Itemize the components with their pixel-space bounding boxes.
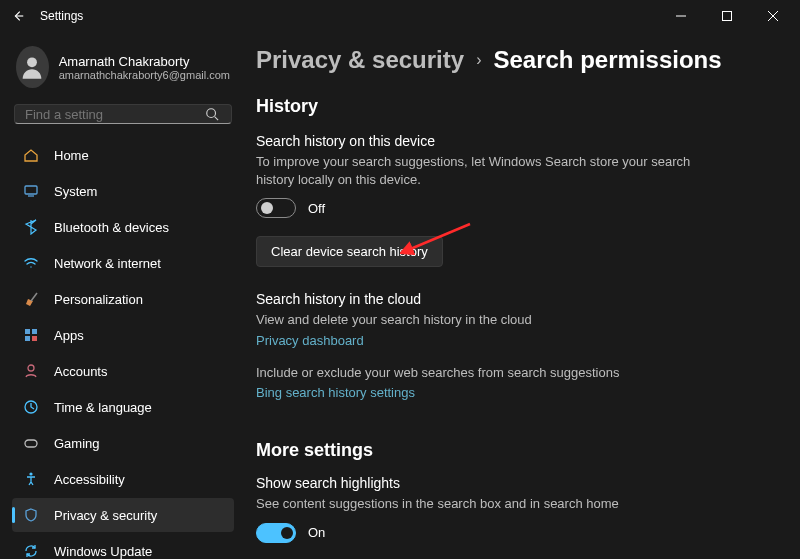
breadcrumb-parent[interactable]: Privacy & security [256,46,464,74]
svg-rect-11 [32,329,37,334]
web-searches-desc: Include or exclude your web searches fro… [256,364,716,382]
svg-line-6 [215,117,219,121]
nav-time[interactable]: Time & language [12,390,234,424]
nav-label: Time & language [54,400,152,415]
update-icon [22,542,40,559]
profile-email: amarnathchakraborty6@gmail.com [59,69,230,81]
avatar [16,46,49,88]
page-title: Search permissions [493,46,721,74]
window-title: Settings [40,9,83,23]
breadcrumb: Privacy & security › Search permissions [256,46,772,74]
svg-point-4 [27,57,37,67]
profile-name: Amarnath Chakraborty [59,54,230,69]
svg-rect-7 [25,186,37,194]
nav-label: Home [54,148,89,163]
home-icon [22,146,40,164]
apps-icon [22,326,40,344]
svg-point-14 [28,365,34,371]
main-content: Privacy & security › Search permissions … [242,32,800,559]
brush-icon [22,290,40,308]
nav-label: Personalization [54,292,143,307]
clear-history-button[interactable]: Clear device search history [256,236,443,267]
nav-accounts[interactable]: Accounts [12,354,234,388]
accessibility-icon [22,470,40,488]
search-history-toggle[interactable] [256,198,296,218]
nav-label: Accessibility [54,472,125,487]
wifi-icon [22,254,40,272]
svg-rect-13 [32,336,37,341]
highlights-desc: See content suggestions in the search bo… [256,495,716,513]
highlights-toggle-label: On [308,525,325,540]
close-button[interactable] [750,0,796,32]
nav-system[interactable]: System [12,174,234,208]
privacy-dashboard-link[interactable]: Privacy dashboard [256,333,364,348]
svg-point-17 [29,472,32,475]
nav-apps[interactable]: Apps [12,318,234,352]
svg-rect-10 [25,329,30,334]
profile-block[interactable]: Amarnath Chakraborty amarnathchakraborty… [12,42,234,102]
nav-label: Windows Update [54,544,152,559]
search-history-device-desc: To improve your search suggestions, let … [256,153,716,188]
search-history-cloud-desc: View and delete your search history in t… [256,311,716,329]
search-input[interactable] [25,107,203,122]
highlights-heading: Show search highlights [256,475,772,491]
bluetooth-icon [22,218,40,236]
minimize-button[interactable] [658,0,704,32]
nav-label: Privacy & security [54,508,157,523]
search-history-device-heading: Search history on this device [256,133,772,149]
maximize-button[interactable] [704,0,750,32]
svg-point-5 [207,109,216,118]
nav-list: Home System Bluetooth & devices Network … [12,138,234,559]
search-history-toggle-label: Off [308,201,325,216]
nav-label: Gaming [54,436,100,451]
nav-network[interactable]: Network & internet [12,246,234,280]
search-history-cloud-heading: Search history in the cloud [256,291,772,307]
sidebar: Amarnath Chakraborty amarnathchakraborty… [0,32,242,559]
svg-rect-1 [723,12,732,21]
nav-personalization[interactable]: Personalization [12,282,234,316]
nav-label: Network & internet [54,256,161,271]
nav-accessibility[interactable]: Accessibility [12,462,234,496]
nav-gaming[interactable]: Gaming [12,426,234,460]
accounts-icon [22,362,40,380]
clock-icon [22,398,40,416]
titlebar: Settings [0,0,800,32]
search-icon [203,105,221,123]
nav-label: Accounts [54,364,107,379]
search-box[interactable] [14,104,232,124]
svg-line-9 [31,293,37,301]
bing-settings-link[interactable]: Bing search history settings [256,385,415,400]
nav-update[interactable]: Windows Update [12,534,234,559]
history-heading: History [256,96,772,117]
chevron-right-icon: › [476,51,481,69]
highlights-toggle[interactable] [256,523,296,543]
nav-label: Bluetooth & devices [54,220,169,235]
nav-bluetooth[interactable]: Bluetooth & devices [12,210,234,244]
nav-privacy[interactable]: Privacy & security [12,498,234,532]
system-icon [22,182,40,200]
svg-rect-12 [25,336,30,341]
back-button[interactable] [4,2,32,30]
nav-label: System [54,184,97,199]
svg-rect-16 [25,440,37,447]
more-settings-heading: More settings [256,440,772,461]
gaming-icon [22,434,40,452]
nav-label: Apps [54,328,84,343]
nav-home[interactable]: Home [12,138,234,172]
shield-icon [22,506,40,524]
